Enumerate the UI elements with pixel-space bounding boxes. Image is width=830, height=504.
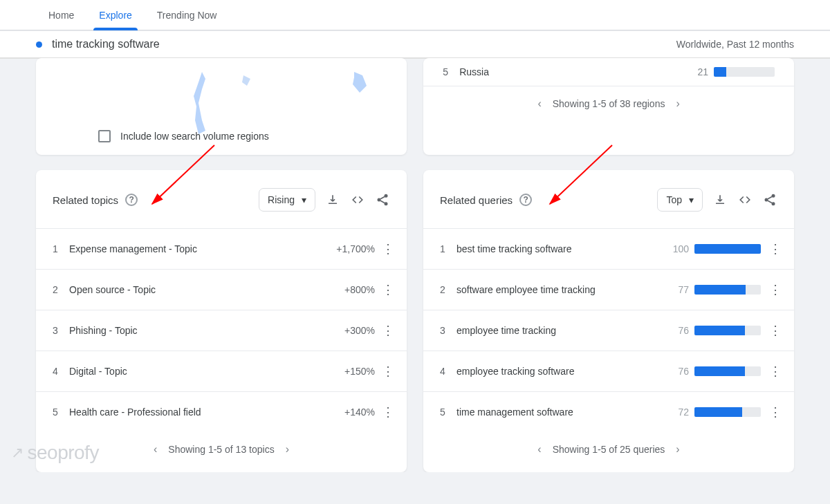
query-row[interactable]: 1 best time tracking software 100 ⋮ (423, 228, 794, 269)
list-bar (694, 326, 761, 335)
region-name: Russia (459, 66, 697, 77)
share-icon[interactable] (762, 192, 777, 207)
list-text: Open source - Topic (69, 284, 344, 295)
watermark-text: seoprofy (28, 442, 99, 464)
query-row[interactable]: 3 employee time tracking 76 ⋮ (423, 310, 794, 351)
list-value: +140% (344, 407, 375, 418)
list-value: 100 (673, 243, 689, 254)
list-rank: 5 (440, 407, 456, 418)
svg-point-5 (772, 202, 775, 205)
watermark: ↗ seoprofy (11, 442, 99, 464)
svg-point-2 (385, 202, 388, 205)
query-row[interactable]: 4 employee tracking software 76 ⋮ (423, 351, 794, 391)
list-text: best time tracking software (456, 243, 673, 254)
query-row[interactable]: 2 software employee time tracking 77 ⋮ (423, 269, 794, 310)
list-rank: 2 (440, 284, 456, 295)
list-value: 77 (678, 284, 689, 295)
checkbox-icon[interactable] (98, 130, 111, 142)
topic-row[interactable]: 4 Digital - Topic +150% ⋮ (36, 351, 407, 391)
more-icon[interactable]: ⋮ (769, 241, 777, 256)
list-text: employee tracking software (456, 366, 678, 377)
region-pagination-text: Showing 1-5 of 38 regions (553, 98, 665, 109)
nav-home[interactable]: Home (36, 0, 86, 30)
search-term[interactable]: time tracking software (36, 38, 160, 50)
list-rank: 4 (53, 366, 69, 377)
region-value: 21 (697, 66, 708, 77)
caret-down-icon: ▾ (302, 194, 306, 205)
list-text: employee time tracking (456, 325, 678, 336)
topic-row[interactable]: 5 Health care - Professional field +140%… (36, 391, 407, 432)
list-value: 72 (678, 407, 689, 418)
list-bar (694, 285, 761, 295)
region-row[interactable]: 5 Russia 21 (423, 58, 794, 86)
list-value: +1,700% (336, 243, 375, 254)
download-icon[interactable] (712, 192, 728, 207)
more-icon[interactable]: ⋮ (382, 364, 390, 379)
list-rank: 2 (53, 284, 69, 295)
more-icon[interactable]: ⋮ (769, 323, 777, 338)
queries-pagination: ‹ Showing 1-5 of 25 queries › (423, 432, 794, 467)
list-bar (694, 244, 761, 254)
more-icon[interactable]: ⋮ (382, 282, 390, 297)
more-icon[interactable]: ⋮ (382, 241, 390, 256)
search-filter[interactable]: Worldwide, Past 12 months (676, 39, 794, 50)
region-bar (714, 67, 775, 77)
query-row[interactable]: 5 time management software 72 ⋮ (423, 391, 794, 432)
term-dot-icon (36, 41, 42, 48)
nav-explore[interactable]: Explore (86, 0, 144, 30)
include-low-volume-row[interactable]: Include low search volume regions (98, 130, 269, 142)
more-icon[interactable]: ⋮ (382, 323, 390, 338)
sort-dropdown[interactable]: Rising ▾ (259, 188, 315, 212)
svg-point-0 (385, 194, 388, 198)
region-pagination: ‹ Showing 1-5 of 38 regions › (423, 86, 794, 121)
map-card: Include low search volume regions (36, 58, 407, 155)
svg-point-1 (378, 198, 381, 202)
list-text: Expense management - Topic (69, 243, 336, 254)
search-text: time tracking software (52, 38, 160, 50)
chevron-left-icon[interactable]: ‹ (537, 97, 541, 110)
region-card: 5 Russia 21 ‹ Showing 1-5 of 38 regions … (423, 58, 794, 155)
list-bar (694, 407, 761, 417)
list-rank: 5 (53, 407, 69, 418)
help-icon[interactable]: ? (519, 194, 532, 206)
chevron-left-icon[interactable]: ‹ (154, 443, 157, 456)
svg-point-4 (765, 198, 768, 202)
topics-pagination-text: Showing 1-5 of 13 topics (168, 444, 274, 455)
sort-dropdown[interactable]: Top ▾ (657, 188, 703, 212)
more-icon[interactable]: ⋮ (769, 364, 777, 379)
download-icon[interactable] (325, 192, 340, 207)
svg-point-3 (772, 194, 775, 198)
topic-row[interactable]: 3 Phishing - Topic +300% ⋮ (36, 310, 407, 351)
chevron-left-icon[interactable]: ‹ (537, 443, 541, 456)
chevron-right-icon[interactable]: › (286, 443, 289, 456)
related-queries-panel: Related queries ? Top ▾ 1 best time trac… (423, 170, 794, 472)
topic-row[interactable]: 2 Open source - Topic +800% ⋮ (36, 269, 407, 310)
list-rank: 4 (440, 366, 456, 377)
topic-row[interactable]: 1 Expense management - Topic +1,700% ⋮ (36, 228, 407, 269)
list-text: Phishing - Topic (69, 325, 344, 336)
region-rank: 5 (443, 66, 456, 77)
nav-trending[interactable]: Trending Now (145, 0, 230, 30)
list-text: time management software (456, 407, 678, 418)
list-value: 76 (678, 325, 689, 336)
more-icon[interactable]: ⋮ (769, 282, 777, 297)
caret-down-icon: ▾ (689, 194, 694, 205)
list-text: software employee time tracking (456, 284, 678, 295)
panel-title: Related queries (440, 194, 513, 206)
list-value: +150% (344, 366, 375, 377)
watermark-icon: ↗ (11, 444, 24, 462)
share-icon[interactable] (375, 192, 390, 207)
list-bar (694, 366, 761, 376)
embed-icon[interactable] (350, 192, 365, 207)
list-value: 76 (678, 366, 689, 377)
dropdown-label: Top (666, 194, 682, 205)
list-text: Health care - Professional field (69, 407, 344, 418)
more-icon[interactable]: ⋮ (769, 404, 777, 420)
chevron-right-icon[interactable]: › (676, 443, 679, 456)
more-icon[interactable]: ⋮ (382, 404, 390, 420)
list-rank: 1 (440, 243, 456, 254)
help-icon[interactable]: ? (125, 194, 138, 206)
embed-icon[interactable] (737, 192, 753, 207)
chevron-right-icon[interactable]: › (676, 97, 679, 110)
list-text: Digital - Topic (69, 366, 344, 377)
